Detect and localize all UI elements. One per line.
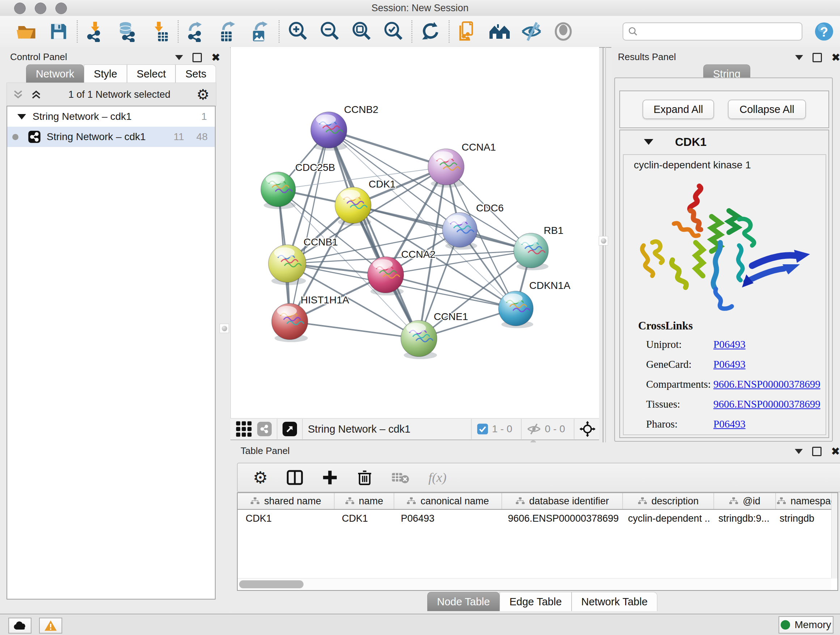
tab-node-table[interactable]: Node Table bbox=[427, 592, 500, 611]
table-cell[interactable]: stringdb bbox=[772, 510, 837, 527]
tree-expand-icon[interactable] bbox=[17, 114, 26, 119]
network-node-HIST1H1A[interactable] bbox=[272, 303, 308, 342]
import-table-file-button[interactable] bbox=[144, 20, 175, 43]
show-columns-icon[interactable] bbox=[286, 469, 303, 486]
memory-button[interactable]: Memory bbox=[778, 616, 834, 633]
protein-structure-image[interactable] bbox=[630, 173, 819, 318]
column-header-name[interactable]: name bbox=[334, 493, 393, 509]
network-node-CCNA2[interactable] bbox=[368, 257, 404, 295]
collapse-all-button[interactable]: Collapse All bbox=[728, 100, 806, 119]
table-vertical-scrollbar[interactable] bbox=[831, 493, 837, 578]
column-header-canonical-name[interactable]: canonical name bbox=[393, 493, 501, 509]
toolbar-search-field[interactable] bbox=[622, 22, 802, 41]
results-splitter-handle[interactable] bbox=[599, 236, 608, 245]
export-network-button[interactable] bbox=[181, 20, 213, 43]
network-node-RB1[interactable] bbox=[514, 233, 548, 271]
crosslink-link[interactable]: P06493 bbox=[714, 358, 745, 371]
crosshair-navigate-icon[interactable] bbox=[579, 421, 595, 437]
control-panel-close-icon[interactable]: ✖ bbox=[211, 54, 220, 61]
network-row[interactable]: String Network – cdk1 11 48 bbox=[7, 127, 215, 147]
table-cell[interactable]: CDK1 bbox=[238, 510, 334, 527]
network-node-CCNB1[interactable] bbox=[268, 245, 306, 285]
gene-section-header[interactable]: CDK1 bbox=[620, 130, 829, 154]
column-header-database-identifier[interactable]: database identifier bbox=[501, 493, 622, 509]
network-node-CDC6[interactable] bbox=[442, 212, 477, 250]
table-cell[interactable]: CDK1 bbox=[334, 510, 393, 527]
grid-view-icon[interactable] bbox=[235, 421, 252, 437]
tab-edge-table[interactable]: Edge Table bbox=[500, 592, 572, 611]
zoom-fit-button[interactable] bbox=[346, 20, 377, 43]
zoom-in-button[interactable] bbox=[282, 20, 314, 43]
results-panel-close-icon[interactable]: ✖ bbox=[831, 54, 840, 61]
table-row[interactable]: CDK1CDK1P064939606.ENSP00000378699cyclin… bbox=[238, 510, 837, 527]
results-panel-collapse-icon[interactable] bbox=[795, 55, 803, 60]
zoom-out-button[interactable] bbox=[314, 20, 346, 43]
left-splitter-handle[interactable] bbox=[219, 324, 229, 333]
hide-glass-button[interactable] bbox=[515, 20, 547, 43]
cloud-button[interactable] bbox=[8, 618, 32, 633]
expand-all-button[interactable]: Expand All bbox=[643, 100, 714, 119]
tab-sets[interactable]: Sets bbox=[175, 65, 216, 83]
help-button[interactable]: ? bbox=[808, 20, 840, 43]
table-cell[interactable]: stringdb:9... bbox=[711, 510, 772, 527]
network-canvas[interactable]: CCNB2CCNA1CDC25BCDK1CDC6RB1CCNB1CCNA2CDK… bbox=[231, 47, 599, 418]
table-panel-collapse-icon[interactable] bbox=[795, 449, 803, 454]
export-table-button[interactable] bbox=[213, 20, 245, 43]
network-edge[interactable] bbox=[386, 275, 516, 309]
open-session-button[interactable] bbox=[11, 20, 43, 43]
birdseye-navigator-icon[interactable] bbox=[283, 422, 297, 436]
network-node-CCNA1[interactable] bbox=[428, 149, 464, 187]
share-view-icon[interactable] bbox=[257, 422, 272, 436]
string-import-button[interactable] bbox=[452, 20, 484, 43]
hscrollbar-thumb[interactable] bbox=[239, 580, 303, 588]
network-node-CDKN1A[interactable] bbox=[499, 291, 533, 328]
network-edge[interactable] bbox=[290, 130, 329, 321]
network-options-gear-icon[interactable]: ⚙ bbox=[196, 86, 210, 103]
control-panel-collapse-icon[interactable] bbox=[175, 55, 183, 60]
table-panel-close-icon[interactable]: ✖ bbox=[831, 448, 840, 455]
table-cell[interactable]: 9606.ENSP00000378699 bbox=[500, 510, 620, 527]
network-edge[interactable] bbox=[353, 205, 531, 250]
network-collection-row[interactable]: String Network – cdk1 1 bbox=[7, 106, 215, 127]
table-cell[interactable]: P06493 bbox=[393, 510, 500, 527]
create-column-plus-icon[interactable] bbox=[322, 470, 338, 486]
network-node-CDK1[interactable] bbox=[335, 187, 371, 226]
network-node-CCNE1[interactable] bbox=[401, 320, 437, 359]
selected-checkbox-icon[interactable] bbox=[477, 423, 488, 435]
column-header-namespace[interactable]: namespace bbox=[775, 493, 838, 509]
collapse-all-networks-icon[interactable] bbox=[30, 88, 42, 101]
column-header-shared-name[interactable]: shared name bbox=[238, 493, 334, 509]
column-header-description[interactable]: description bbox=[622, 493, 714, 509]
network-edge[interactable] bbox=[290, 321, 419, 339]
network-node-CCNB2[interactable] bbox=[311, 112, 347, 150]
crosslink-link[interactable]: P06493 bbox=[714, 418, 745, 430]
crosslink-link[interactable]: 9606.ENSP00000378699 bbox=[714, 378, 821, 390]
import-network-file-button[interactable] bbox=[80, 20, 112, 43]
network-edge[interactable] bbox=[329, 130, 446, 167]
network-node-CDC25B[interactable] bbox=[261, 172, 295, 209]
zoom-selected-button[interactable] bbox=[377, 20, 409, 43]
refresh-view-button[interactable] bbox=[415, 20, 447, 43]
control-panel-float-icon[interactable] bbox=[193, 53, 202, 62]
warnings-button[interactable] bbox=[39, 618, 62, 633]
crosslink-link[interactable]: P06493 bbox=[714, 339, 745, 350]
tab-network-table[interactable]: Network Table bbox=[572, 592, 657, 611]
string-home-button[interactable] bbox=[484, 20, 515, 43]
import-network-database-button[interactable] bbox=[112, 20, 144, 43]
table-panel-float-icon[interactable] bbox=[812, 447, 821, 456]
network-edge[interactable] bbox=[329, 130, 419, 339]
crosslink-link[interactable]: 9606.ENSP00000378699 bbox=[714, 398, 821, 410]
table-options-gear-icon[interactable]: ⚙ bbox=[253, 468, 268, 487]
tab-style[interactable]: Style bbox=[84, 65, 126, 83]
column-header--id[interactable]: @id bbox=[714, 493, 775, 509]
table-cell[interactable]: cyclin-dependent ... bbox=[620, 510, 711, 527]
tab-select[interactable]: Select bbox=[127, 65, 176, 83]
results-panel-float-icon[interactable] bbox=[813, 53, 822, 62]
tab-network[interactable]: Network bbox=[26, 65, 84, 83]
search-input[interactable] bbox=[638, 26, 792, 38]
save-session-button[interactable] bbox=[43, 20, 74, 43]
table-horizontal-scrollbar[interactable] bbox=[238, 578, 831, 590]
delete-column-trash-icon[interactable] bbox=[357, 470, 373, 486]
gene-collapse-icon[interactable] bbox=[644, 139, 653, 145]
export-image-button[interactable] bbox=[245, 20, 276, 43]
